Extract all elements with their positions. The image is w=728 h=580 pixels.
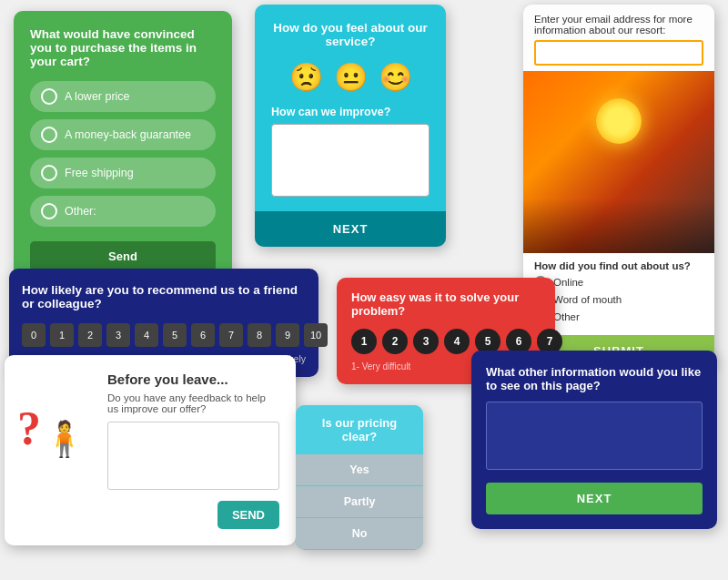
pricing-yes-button[interactable]: Yes — [296, 454, 423, 485]
option-other[interactable]: Other: — [30, 196, 216, 227]
radio-circle-2 — [41, 127, 57, 143]
pricing-partly-button[interactable]: Partly — [296, 486, 423, 517]
resort-option-label-3: Other — [553, 311, 580, 322]
pricing-card: Is our pricing clear? Yes Partly No — [296, 405, 423, 550]
resort-option-online[interactable]: Online — [534, 276, 703, 289]
option-label-4: Other: — [65, 205, 96, 218]
nps-6[interactable]: 6 — [191, 323, 215, 347]
green-survey-card: What would have convinced you to purchas… — [14, 11, 232, 284]
pricing-no-button[interactable]: No — [296, 518, 423, 549]
problem-label-low: 1- Very difficult — [351, 361, 410, 371]
option-label-2: A money-back guarantee — [65, 128, 191, 141]
teal-emotion-card: How do you feel about our service? 😟 😐 😊… — [255, 5, 446, 247]
improve-label: How can we improve? — [271, 106, 430, 118]
improve-textarea[interactable] — [271, 124, 430, 197]
radio-circle-4 — [41, 203, 57, 219]
question-figure: ? 🧍 — [17, 405, 81, 487]
resort-email-input[interactable] — [534, 40, 703, 66]
qmark-red: ? — [17, 405, 41, 453]
problem-title: How easy was it to solve your problem? — [351, 290, 541, 318]
feedback-card: ? 🧍 Before you leave... Do you have any … — [5, 355, 296, 545]
resort-image — [523, 71, 714, 253]
green-send-button[interactable]: Send — [30, 241, 216, 271]
nps-9[interactable]: 9 — [276, 323, 299, 347]
teal-emotion-title: How do you feel about our service? — [271, 21, 430, 48]
resort-option-label-2: Word of mouth — [553, 294, 622, 305]
resort-option-other[interactable]: Other — [534, 310, 703, 323]
person-figure: 🧍 — [43, 422, 86, 456]
nps-title: How likely are you to recommend us to a … — [22, 283, 306, 310]
option-lower-price[interactable]: A lower price — [30, 81, 216, 112]
nps-1[interactable]: 1 — [50, 323, 74, 347]
nps-4[interactable]: 4 — [135, 323, 158, 347]
emoji-row: 😟 😐 😊 — [271, 61, 430, 93]
nps-2[interactable]: 2 — [78, 323, 102, 347]
pricing-title: Is our pricing clear? — [296, 405, 423, 454]
nps-7[interactable]: 7 — [219, 323, 243, 347]
prob-2[interactable]: 2 — [382, 329, 408, 354]
feedback-textarea[interactable] — [107, 422, 279, 490]
nps-numbers-row: 0 1 2 3 4 5 6 7 8 9 10 — [22, 323, 306, 347]
resort-option-word-of-mouth[interactable]: Word of mouth — [534, 293, 703, 306]
info-next-button[interactable]: NEXT — [486, 483, 703, 514]
resort-top-text: Enter your email address for more inform… — [523, 5, 714, 71]
teal-next-button[interactable]: NEXT — [255, 211, 446, 247]
radio-circle-3 — [41, 165, 57, 181]
prob-4[interactable]: 4 — [444, 329, 470, 354]
prob-3[interactable]: 3 — [413, 329, 439, 354]
radio-circle-1 — [41, 88, 57, 105]
option-free-shipping[interactable]: Free shipping — [30, 158, 216, 188]
feedback-subtitle: Do you have any feedback to help us impr… — [107, 392, 279, 414]
feedback-send-button[interactable]: SEND — [217, 501, 279, 529]
emoji-neutral[interactable]: 😐 — [334, 61, 368, 93]
nps-5[interactable]: 5 — [163, 323, 187, 347]
emoji-happy[interactable]: 😊 — [379, 61, 412, 93]
option-money-back[interactable]: A money-back guarantee — [30, 119, 216, 150]
green-survey-title: What would have convinced you to purchas… — [30, 27, 216, 68]
info-textarea[interactable] — [486, 402, 703, 470]
prob-1[interactable]: 1 — [351, 329, 377, 354]
resort-prompt-text: Enter your email address for more inform… — [534, 14, 693, 36]
nps-8[interactable]: 8 — [248, 323, 271, 347]
nps-0[interactable]: 0 — [22, 323, 46, 347]
feedback-title: Before you leave... — [107, 371, 279, 387]
resort-option-label-1: Online — [553, 277, 583, 288]
resort-how-label: How did you find out about us? — [534, 260, 703, 271]
info-title: What other information would you like to… — [486, 365, 703, 392]
option-label-1: A lower price — [65, 90, 130, 103]
nps-10[interactable]: 10 — [304, 323, 328, 347]
emoji-sad[interactable]: 😟 — [289, 61, 323, 93]
info-card: What other information would you like to… — [471, 351, 717, 529]
option-label-3: Free shipping — [65, 167, 134, 179]
nps-3[interactable]: 3 — [106, 323, 130, 347]
